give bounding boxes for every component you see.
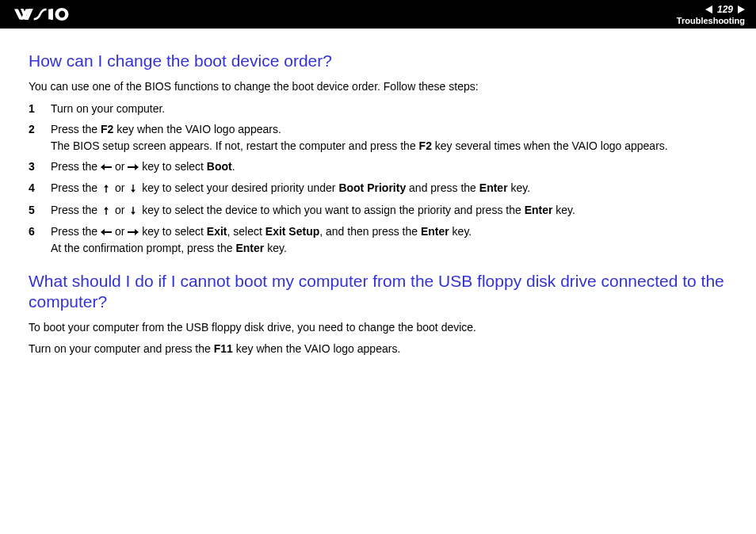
step-1: Turn on your computer.: [29, 101, 727, 116]
page-number: 129: [715, 4, 735, 15]
step-text: , and then press the: [319, 225, 421, 238]
svg-rect-2: [51, 9, 53, 20]
arrow-up-icon: [101, 181, 112, 196]
steps-list: Turn on your computer. Press the F2 key …: [29, 101, 727, 256]
step-text: or: [112, 160, 128, 173]
arrow-left-icon: [101, 159, 112, 175]
step-text: Press the: [51, 204, 101, 216]
step-text: and press the: [406, 181, 479, 194]
key-label: Enter: [421, 225, 449, 238]
step-text: key.: [508, 181, 531, 194]
key-label: Enter: [479, 181, 508, 194]
question-1-title: How can I change the boot device order?: [29, 51, 727, 71]
step-6: Press the or key to select Exit, select …: [29, 223, 727, 257]
step-text: key.: [552, 204, 575, 216]
step-text: key when the VAIO logo appears.: [113, 123, 281, 135]
arrow-right-icon: [128, 224, 139, 240]
arrow-left-icon: [101, 224, 112, 240]
arrow-up-icon: [101, 203, 112, 219]
step-text: Press the: [51, 160, 101, 173]
key-label: Enter: [525, 204, 553, 216]
step-text: .: [232, 160, 235, 173]
menu-label: Boot: [207, 160, 232, 173]
question-2-title: What should I do if I cannot boot my com…: [29, 271, 727, 313]
step-text: Press the: [51, 181, 101, 194]
step-text: Press the: [51, 123, 101, 135]
step-text: key.: [264, 242, 287, 254]
page-header: 129 Troubleshooting: [0, 0, 756, 29]
key-label: F2: [101, 123, 113, 135]
step-text: key to select: [139, 160, 207, 173]
page-nav: 129: [705, 4, 745, 15]
question-2-p1: To boot your computer from the USB flopp…: [29, 320, 727, 335]
step-text: key.: [449, 225, 472, 238]
step-text: or: [112, 225, 128, 238]
step-text: Turn on your computer.: [51, 102, 165, 115]
step-text: The BIOS setup screen appears. If not, r…: [51, 139, 419, 152]
step-3: Press the or key to select Boot.: [29, 158, 727, 175]
page-content: How can I change the boot device order? …: [0, 29, 756, 357]
menu-label: Boot Priority: [338, 181, 406, 194]
vaio-logo: [14, 0, 90, 29]
prev-page-icon[interactable]: [705, 6, 712, 13]
arrow-right-icon: [128, 159, 139, 175]
step-text: key to select your desired priority unde…: [139, 181, 338, 194]
key-label: Enter: [235, 242, 264, 254]
question-2-p2: Turn on your computer and press the F11 …: [29, 341, 727, 357]
arrow-down-icon: [128, 181, 139, 196]
menu-label: Exit Setup: [265, 225, 319, 238]
section-label: Troubleshooting: [677, 16, 745, 25]
svg-point-3: [58, 10, 67, 19]
step-text: At the confirmation prompt, press the: [51, 242, 235, 254]
arrow-down-icon: [128, 203, 139, 219]
menu-label: Exit: [207, 225, 227, 238]
step-text: or: [112, 204, 128, 216]
step-4: Press the or key to select your desired …: [29, 180, 727, 196]
body-text: Turn on your computer and press the: [29, 342, 214, 355]
step-text: or: [112, 181, 128, 194]
step-text: key to select: [139, 225, 207, 238]
body-text: key when the VAIO logo appears.: [233, 342, 400, 355]
question-1-intro: You can use one of the BIOS functions to…: [29, 79, 727, 94]
step-5: Press the or key to select the device to…: [29, 202, 727, 219]
step-2: Press the F2 key when the VAIO logo appe…: [29, 121, 727, 154]
next-page-icon[interactable]: [738, 6, 745, 13]
step-text: key to select the device to which you wa…: [139, 204, 524, 216]
header-right: 129 Troubleshooting: [677, 4, 745, 25]
step-text: key several times when the VAIO logo app…: [432, 139, 668, 152]
step-text: Press the: [51, 225, 101, 238]
step-text: , select: [227, 225, 265, 238]
key-label: F2: [419, 139, 432, 152]
key-label: F11: [214, 342, 233, 355]
